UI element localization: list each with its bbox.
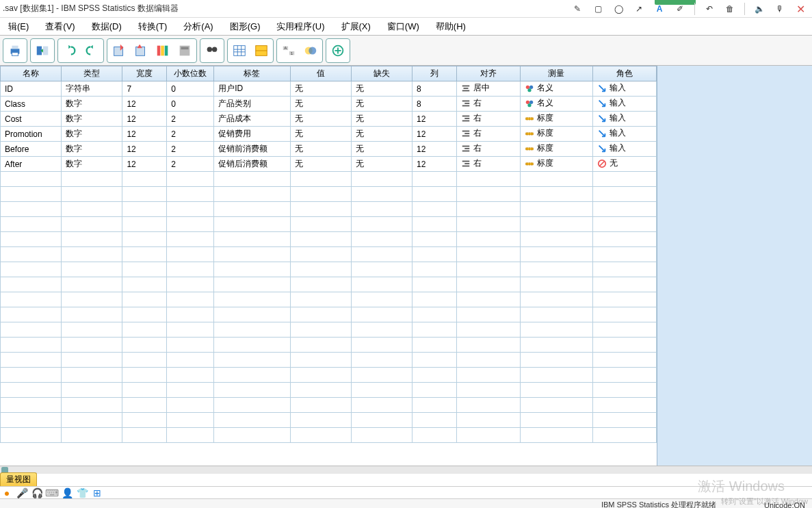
- circle-icon[interactable]: ◯: [612, 3, 625, 15]
- empty-cell[interactable]: .: [592, 413, 656, 428]
- empty-cell[interactable]: .: [1, 383, 62, 398]
- menu-utilities[interactable]: 实用程序(U): [268, 21, 332, 33]
- cell-name[interactable]: Class: [1, 97, 62, 112]
- empty-cell[interactable]: .: [290, 262, 351, 277]
- empty-cell[interactable]: .: [214, 353, 291, 368]
- empty-cell[interactable]: .: [290, 307, 351, 322]
- person-icon[interactable]: 👤: [62, 487, 73, 498]
- variable-row[interactable]: After数字122促销后消费额无无12右标度无: [1, 157, 657, 172]
- cell-role[interactable]: 输入: [592, 81, 656, 97]
- empty-cell[interactable]: .: [122, 338, 167, 353]
- weight-cases-button[interactable]: [251, 40, 272, 61]
- print-button[interactable]: [5, 40, 25, 61]
- empty-cell[interactable]: .: [167, 172, 214, 187]
- empty-cell[interactable]: .: [456, 368, 520, 383]
- menu-data[interactable]: 数据(D): [83, 21, 130, 33]
- cell-missing[interactable]: 无: [351, 97, 412, 112]
- empty-cell[interactable]: .: [456, 428, 520, 443]
- cell-name[interactable]: Cost: [1, 112, 62, 127]
- cell-measure[interactable]: 标度: [521, 142, 592, 157]
- horizontal-scrollbar[interactable]: [0, 466, 812, 474]
- cell-label[interactable]: 用户ID: [214, 81, 291, 97]
- empty-cell[interactable]: .: [592, 322, 656, 338]
- menu-analyze[interactable]: 分析(A): [175, 21, 221, 33]
- headphones-icon[interactable]: 🎧: [31, 487, 42, 498]
- empty-cell[interactable]: .: [412, 368, 457, 383]
- info-icon[interactable]: ●: [1, 487, 12, 498]
- empty-cell[interactable]: .: [592, 292, 656, 307]
- empty-cell[interactable]: .: [167, 292, 214, 307]
- empty-cell[interactable]: .: [412, 217, 457, 232]
- menu-transform[interactable]: 转换(T): [130, 21, 176, 33]
- empty-cell[interactable]: .: [62, 353, 122, 368]
- cell-width[interactable]: 12: [122, 112, 167, 127]
- cell-role[interactable]: 无: [592, 157, 656, 172]
- empty-row[interactable]: ...........: [1, 353, 657, 368]
- empty-cell[interactable]: .: [412, 232, 457, 247]
- cell-missing[interactable]: 无: [351, 142, 412, 157]
- empty-cell[interactable]: .: [1, 338, 62, 353]
- empty-cell[interactable]: .: [592, 232, 656, 247]
- empty-cell[interactable]: .: [412, 292, 457, 307]
- empty-row[interactable]: ...........: [1, 383, 657, 398]
- empty-cell[interactable]: .: [351, 322, 412, 338]
- menu-extensions[interactable]: 扩展(X): [333, 21, 379, 33]
- empty-cell[interactable]: .: [290, 428, 351, 443]
- cell-missing[interactable]: 无: [351, 81, 412, 97]
- empty-cell[interactable]: .: [167, 353, 214, 368]
- empty-cell[interactable]: .: [1, 172, 62, 187]
- empty-cell[interactable]: .: [351, 307, 412, 322]
- empty-cell[interactable]: .: [456, 338, 520, 353]
- empty-cell[interactable]: .: [290, 217, 351, 232]
- empty-cell[interactable]: .: [1, 217, 62, 232]
- empty-cell[interactable]: .: [214, 277, 291, 292]
- mic-status-icon[interactable]: 🎤: [16, 487, 27, 498]
- empty-cell[interactable]: .: [62, 277, 122, 292]
- cell-type[interactable]: 字符串: [62, 81, 122, 97]
- empty-cell[interactable]: .: [521, 187, 592, 202]
- empty-cell[interactable]: .: [122, 187, 167, 202]
- cell-columns[interactable]: 12: [412, 142, 457, 157]
- empty-cell[interactable]: .: [62, 217, 122, 232]
- empty-cell[interactable]: .: [456, 202, 520, 217]
- undo-button[interactable]: [60, 40, 80, 61]
- empty-cell[interactable]: .: [122, 413, 167, 428]
- empty-cell[interactable]: .: [351, 398, 412, 413]
- redo-button[interactable]: [81, 40, 102, 61]
- empty-cell[interactable]: .: [456, 217, 520, 232]
- empty-cell[interactable]: .: [521, 322, 592, 338]
- mic-icon[interactable]: 🎙: [774, 3, 786, 15]
- empty-cell[interactable]: .: [351, 232, 412, 247]
- variable-view-tab[interactable]: 量视图: [0, 472, 37, 486]
- empty-cell[interactable]: .: [351, 277, 412, 292]
- empty-cell[interactable]: .: [521, 307, 592, 322]
- empty-cell[interactable]: .: [456, 247, 520, 262]
- empty-cell[interactable]: .: [1, 262, 62, 277]
- empty-cell[interactable]: .: [1, 428, 62, 443]
- cell-values[interactable]: 无: [290, 81, 351, 97]
- empty-row[interactable]: ...........: [1, 368, 657, 383]
- cell-decimals[interactable]: 2: [167, 142, 214, 157]
- cell-missing[interactable]: 无: [351, 157, 412, 172]
- empty-row[interactable]: ...........: [1, 277, 657, 292]
- empty-cell[interactable]: .: [1, 353, 62, 368]
- empty-cell[interactable]: .: [412, 202, 457, 217]
- cell-width[interactable]: 12: [122, 97, 167, 112]
- empty-cell[interactable]: .: [62, 292, 122, 307]
- empty-cell[interactable]: .: [62, 247, 122, 262]
- cell-align[interactable]: 右: [456, 112, 520, 127]
- empty-cell[interactable]: .: [122, 232, 167, 247]
- cell-width[interactable]: 12: [122, 127, 167, 142]
- empty-cell[interactable]: .: [592, 398, 656, 413]
- empty-cell[interactable]: .: [122, 307, 167, 322]
- empty-cell[interactable]: .: [456, 277, 520, 292]
- empty-cell[interactable]: .: [521, 172, 592, 187]
- empty-cell[interactable]: .: [167, 262, 214, 277]
- undo-icon[interactable]: ↶: [703, 3, 716, 15]
- text-a-icon[interactable]: A: [653, 3, 666, 15]
- empty-cell[interactable]: .: [351, 217, 412, 232]
- empty-cell[interactable]: .: [412, 187, 457, 202]
- empty-cell[interactable]: .: [521, 202, 592, 217]
- empty-cell[interactable]: .: [122, 368, 167, 383]
- empty-cell[interactable]: .: [521, 383, 592, 398]
